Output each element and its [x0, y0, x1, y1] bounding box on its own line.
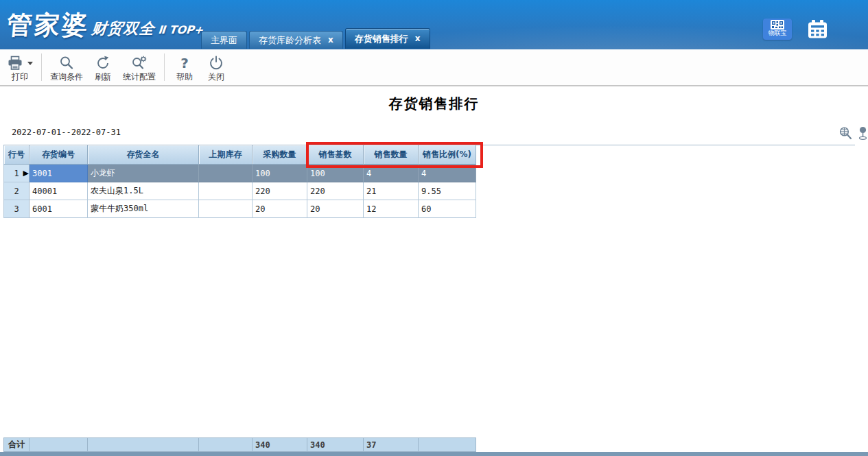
totals-item-code — [30, 437, 88, 452]
toolbar-separator — [164, 53, 165, 81]
tab-label: 主界面 — [211, 32, 237, 49]
row-number-cell[interactable]: 1 ▶ — [3, 165, 30, 182]
col-header-item-code[interactable]: 存货编号 — [30, 145, 88, 165]
toolbar-separator — [41, 53, 42, 81]
print-dropdown-caret[interactable] — [27, 62, 33, 65]
refresh-icon — [95, 55, 111, 71]
col-header-prev-stock[interactable]: 上期库存 — [199, 145, 253, 165]
cell-sales-ratio[interactable]: 9.55 — [419, 182, 476, 200]
logo-edition: Ⅱ TOP+ — [158, 23, 204, 36]
logo-brand: 管家婆 — [5, 8, 91, 43]
help-icon: ? — [180, 56, 189, 71]
cell-item-code[interactable]: 3001 — [30, 165, 88, 182]
totals-sales-qty: 37 — [364, 437, 419, 452]
print-button[interactable]: 打印 — [3, 49, 37, 85]
cell-sales-qty[interactable]: 4 — [364, 165, 419, 182]
cell-sales-qty[interactable]: 12 — [364, 200, 419, 218]
report-tools — [838, 126, 868, 141]
stats-config-icon — [130, 55, 148, 71]
cell-prev-stock[interactable] — [199, 200, 253, 218]
cell-sales-base[interactable]: 220 — [307, 182, 364, 200]
inventory-sales-grid: 行号 存货编号 存货全名 上期库存 采购数量 销售基数 销售数量 销售比例(%)… — [3, 145, 476, 218]
cell-sales-ratio[interactable]: 4 — [419, 165, 476, 182]
qr-code-icon — [771, 20, 784, 29]
tab-close-icon[interactable]: x — [328, 32, 333, 49]
cell-item-name[interactable]: 蒙牛牛奶350ml — [88, 200, 199, 218]
toolbar-button-label: 刷新 — [95, 72, 111, 82]
tab-close-icon[interactable]: x — [415, 30, 421, 47]
cell-item-name[interactable]: 小龙虾 — [88, 165, 199, 182]
table-row[interactable]: 3 6001 蒙牛牛奶350ml 20 20 12 60 — [3, 200, 476, 218]
help-button[interactable]: ? 帮助 — [169, 49, 200, 85]
toolbar-button-label: 关闭 — [208, 72, 224, 82]
cell-item-name[interactable]: 农夫山泉1.5L — [88, 182, 199, 200]
cell-purchase-qty[interactable]: 100 — [253, 165, 307, 182]
stats-config-button[interactable]: 统计配置 — [119, 49, 160, 85]
cell-item-code[interactable]: 6001 — [30, 200, 88, 218]
toolbar-button-label: 打印 — [12, 72, 28, 82]
cell-prev-stock[interactable] — [199, 165, 253, 182]
printer-icon — [7, 56, 23, 71]
col-header-sales-ratio[interactable]: 销售比例(%) — [419, 145, 476, 165]
power-icon — [208, 55, 224, 71]
cell-sales-base[interactable]: 100 — [307, 165, 364, 182]
table-row[interactable]: 2 40001 农夫山泉1.5L 220 220 21 9.55 — [3, 182, 476, 200]
zoom-grid-icon[interactable] — [838, 126, 852, 141]
report-title: 存货销售排行 — [0, 95, 868, 113]
tab-inventory-aging[interactable]: 存货库龄分析表 x — [249, 31, 343, 49]
calendar-grid-icon[interactable] — [808, 20, 828, 41]
row-number-cell[interactable]: 2 — [3, 182, 30, 200]
grid-header-row: 行号 存货编号 存货全名 上期库存 采购数量 销售基数 销售数量 销售比例(%) — [3, 145, 476, 165]
grid-totals-row: 合计 340 340 37 — [3, 437, 476, 452]
totals-sales-base: 340 — [307, 437, 364, 452]
cell-purchase-qty[interactable]: 20 — [253, 200, 307, 218]
table-row[interactable]: 1 ▶ 3001 小龙虾 100 100 4 4 — [3, 165, 476, 182]
tab-main[interactable]: 主界面 — [201, 31, 247, 49]
pin-icon[interactable] — [858, 126, 868, 141]
report-date-range: 2022-07-01--2022-07-31 — [12, 128, 121, 137]
toolbar-button-label: 查询条件 — [50, 72, 83, 82]
col-header-purchase-qty[interactable]: 采购数量 — [253, 145, 307, 165]
totals-label: 合计 — [3, 437, 30, 452]
totals-sales-ratio — [419, 437, 476, 452]
iot-badge-label: 物联宝 — [763, 29, 792, 36]
tab-inventory-sales-ranking[interactable]: 存货销售排行 x — [345, 28, 430, 49]
cell-prev-stock[interactable] — [199, 182, 253, 200]
bottom-status-strip — [0, 452, 868, 456]
cell-sales-base[interactable]: 20 — [307, 200, 364, 218]
tab-label: 存货库龄分析表 — [259, 32, 321, 49]
totals-prev-stock — [199, 437, 253, 452]
query-conditions-button[interactable]: 查询条件 — [46, 49, 87, 85]
close-view-button[interactable]: 关闭 — [200, 49, 232, 85]
app-logo: 管家婆 财贸双全 Ⅱ TOP+ — [5, 8, 205, 43]
cell-purchase-qty[interactable]: 220 — [253, 182, 307, 200]
col-header-sales-base[interactable]: 销售基数 — [307, 145, 364, 165]
col-header-row-no[interactable]: 行号 — [3, 145, 30, 165]
tab-bar: 主界面 存货库龄分析表 x 存货销售排行 x — [201, 28, 430, 49]
col-header-sales-qty[interactable]: 销售数量 — [364, 145, 419, 165]
app-header: 管家婆 财贸双全 Ⅱ TOP+ 主界面 存货库龄分析表 x 存货销售排行 x — [0, 0, 868, 49]
row-number: 2 — [14, 187, 19, 196]
totals-item-name — [88, 437, 199, 452]
toolbar: 打印 查询条件 刷新 — [0, 49, 868, 86]
app-window: 管家婆 财贸双全 Ⅱ TOP+ 主界面 存货库龄分析表 x 存货销售排行 x — [0, 0, 868, 456]
logo-product: 财贸双全 — [91, 19, 156, 39]
iot-badge-button[interactable]: 物联宝 — [763, 19, 792, 40]
row-number: 1 — [14, 169, 19, 178]
row-number-cell[interactable]: 3 — [3, 200, 30, 218]
tab-label: 存货销售排行 — [355, 30, 408, 47]
toolbar-button-label: 帮助 — [176, 72, 193, 82]
cell-item-code[interactable]: 40001 — [30, 182, 88, 200]
col-header-item-name[interactable]: 存货全名 — [88, 145, 199, 165]
search-icon — [58, 55, 75, 71]
totals-purchase-qty: 340 — [253, 437, 307, 452]
cell-sales-ratio[interactable]: 60 — [419, 200, 476, 218]
selected-row-marker-icon: ▶ — [23, 169, 29, 178]
row-number: 3 — [14, 204, 19, 214]
toolbar-button-label: 统计配置 — [123, 72, 156, 82]
refresh-button[interactable]: 刷新 — [87, 49, 119, 85]
cell-sales-qty[interactable]: 21 — [364, 182, 419, 200]
